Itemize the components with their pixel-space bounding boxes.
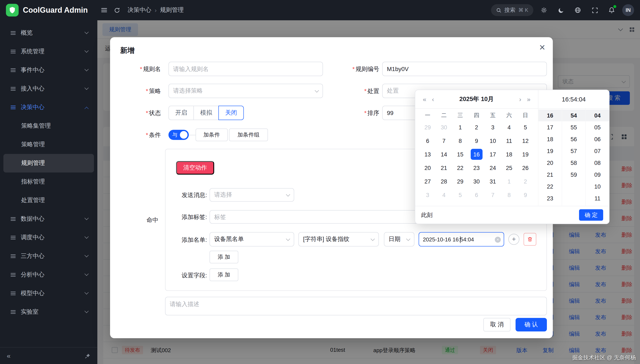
add-list-button[interactable]: 添 加 xyxy=(209,251,238,264)
delete-row-trash-icon[interactable] xyxy=(524,233,536,246)
calendar-day[interactable]: 5 xyxy=(452,188,468,202)
calendar-day[interactable]: 8 xyxy=(452,134,468,148)
status-option[interactable]: 关闭 xyxy=(219,106,244,120)
now-link[interactable]: 此刻 xyxy=(421,211,433,219)
strategy-select[interactable]: 请选择策略 xyxy=(168,84,323,98)
second-cell[interactable]: 06 xyxy=(586,133,609,145)
calendar-day[interactable]: 19 xyxy=(517,148,534,161)
clear-icon[interactable]: × xyxy=(495,237,501,243)
second-cell[interactable]: 09 xyxy=(586,169,609,180)
calendar-day[interactable]: 6 xyxy=(419,134,436,148)
calendar-day[interactable]: 25 xyxy=(501,161,517,174)
calendar-day[interactable]: 21 xyxy=(436,161,452,174)
sidebar-item[interactable]: 实验室 xyxy=(4,303,94,321)
seconds-column[interactable]: 0405060708091011 xyxy=(585,109,609,206)
confirm-button[interactable]: 确 认 xyxy=(516,318,547,332)
calendar-day[interactable]: 24 xyxy=(485,161,501,174)
sidebar-item[interactable]: 规则管理 xyxy=(4,154,94,172)
calendar-day[interactable]: 1 xyxy=(452,120,468,134)
sidebar-item[interactable]: 数据中心 xyxy=(4,210,94,228)
second-cell[interactable]: 08 xyxy=(586,157,609,169)
second-cell[interactable]: 04 xyxy=(586,110,609,121)
refresh-icon[interactable] xyxy=(111,4,123,16)
description-textarea[interactable] xyxy=(165,297,547,316)
hour-cell[interactable]: 18 xyxy=(538,133,562,145)
user-avatar[interactable]: IN xyxy=(622,4,634,16)
calendar-day[interactable]: 5 xyxy=(517,120,534,134)
calendar-day[interactable]: 23 xyxy=(468,161,485,174)
calendar-day[interactable]: 8 xyxy=(501,188,517,202)
global-search[interactable]: 搜索 ⌘ K xyxy=(491,4,533,16)
add-condition-group-button[interactable]: 加条件组 xyxy=(229,128,268,141)
calendar-day[interactable]: 4 xyxy=(501,120,517,134)
picker-confirm-button[interactable]: 确 定 xyxy=(579,209,603,221)
hour-cell[interactable]: 19 xyxy=(538,145,562,157)
sidebar-item[interactable]: 指标管理 xyxy=(4,172,94,191)
calendar-day[interactable]: 1 xyxy=(501,174,517,188)
translate-icon[interactable] xyxy=(571,4,584,16)
calendar-day[interactable]: 29 xyxy=(452,174,468,188)
field-select[interactable]: [字符串] 设备指纹 xyxy=(298,232,379,246)
minute-cell[interactable]: 56 xyxy=(562,133,585,145)
calendar-day[interactable]: 9 xyxy=(517,188,534,202)
sidebar-item[interactable]: 处置管理 xyxy=(4,191,94,210)
calendar-day[interactable]: 29 xyxy=(419,120,436,134)
rule-code-input[interactable] xyxy=(382,62,547,76)
sidebar-item[interactable]: 三方中心 xyxy=(4,247,94,266)
month-label[interactable]: 10月 xyxy=(481,96,494,102)
value-type-select[interactable]: 日期 xyxy=(384,232,414,246)
second-cell[interactable]: 05 xyxy=(586,121,609,133)
sidebar-item[interactable]: 模型中心 xyxy=(4,284,94,303)
minutes-column[interactable]: 545556575859 xyxy=(562,109,585,206)
pin-icon[interactable] xyxy=(85,353,91,359)
hour-cell[interactable]: 20 xyxy=(538,157,562,169)
status-option[interactable]: 开启 xyxy=(168,106,194,120)
send-message-select[interactable]: 请选择 xyxy=(209,188,294,202)
prev-year-icon[interactable]: « xyxy=(420,96,429,103)
rule-name-input[interactable] xyxy=(168,62,323,76)
hour-cell[interactable]: 21 xyxy=(538,169,562,180)
prev-month-icon[interactable]: ‹ xyxy=(429,96,437,103)
minute-cell[interactable]: 58 xyxy=(562,157,585,169)
calendar-day[interactable]: 27 xyxy=(419,174,436,188)
sidebar-item[interactable]: 分析中心 xyxy=(4,266,94,284)
second-cell[interactable]: 10 xyxy=(586,180,609,192)
sidebar-item[interactable]: 调度中心 xyxy=(4,228,94,247)
collapse-sidebar-icon[interactable]: « xyxy=(7,352,11,360)
calendar-day[interactable]: 31 xyxy=(485,174,501,188)
sidebar-item[interactable]: 决策中心 xyxy=(4,98,94,117)
close-icon[interactable]: × xyxy=(539,42,545,52)
sidebar-item[interactable]: 系统管理 xyxy=(4,42,94,61)
blacklist-select[interactable]: 设备黑名单 xyxy=(209,232,294,246)
calendar-day[interactable]: 10 xyxy=(485,134,501,148)
hours-column[interactable]: 1617181920212223 xyxy=(538,109,562,206)
hour-cell[interactable]: 23 xyxy=(538,192,562,204)
notifications-bell-icon[interactable] xyxy=(605,4,618,16)
calendar-day[interactable]: 15 xyxy=(452,148,468,161)
and-or-toggle[interactable]: 与 xyxy=(168,130,189,140)
dark-mode-moon-icon[interactable] xyxy=(554,4,567,16)
minute-cell[interactable]: 57 xyxy=(562,145,585,157)
hour-cell[interactable]: 17 xyxy=(538,121,562,133)
calendar-day[interactable]: 3 xyxy=(419,188,436,202)
fullscreen-icon[interactable] xyxy=(588,4,601,16)
calendar-day[interactable]: 28 xyxy=(436,174,452,188)
calendar-day[interactable]: 4 xyxy=(436,188,452,202)
calendar-day[interactable]: 3 xyxy=(485,120,501,134)
calendar-day[interactable]: 12 xyxy=(517,134,534,148)
hamburger-icon[interactable] xyxy=(98,4,111,16)
settings-gear-icon[interactable] xyxy=(538,4,550,16)
calendar-day[interactable]: 14 xyxy=(436,148,452,161)
calendar-day[interactable]: 20 xyxy=(419,161,436,174)
calendar-day[interactable]: 11 xyxy=(501,134,517,148)
calendar-day[interactable]: 22 xyxy=(452,161,468,174)
calendar-day[interactable]: 26 xyxy=(517,161,534,174)
minute-cell[interactable]: 54 xyxy=(562,110,585,121)
calendar-day[interactable]: 13 xyxy=(419,148,436,161)
hour-cell[interactable]: 22 xyxy=(538,180,562,192)
second-cell[interactable]: 11 xyxy=(586,192,609,204)
calendar-day[interactable]: 2 xyxy=(517,174,534,188)
sidebar-item[interactable]: 概览 xyxy=(4,24,94,42)
calendar-day[interactable]: 7 xyxy=(485,188,501,202)
add-row-plus-icon[interactable]: + xyxy=(508,234,519,245)
